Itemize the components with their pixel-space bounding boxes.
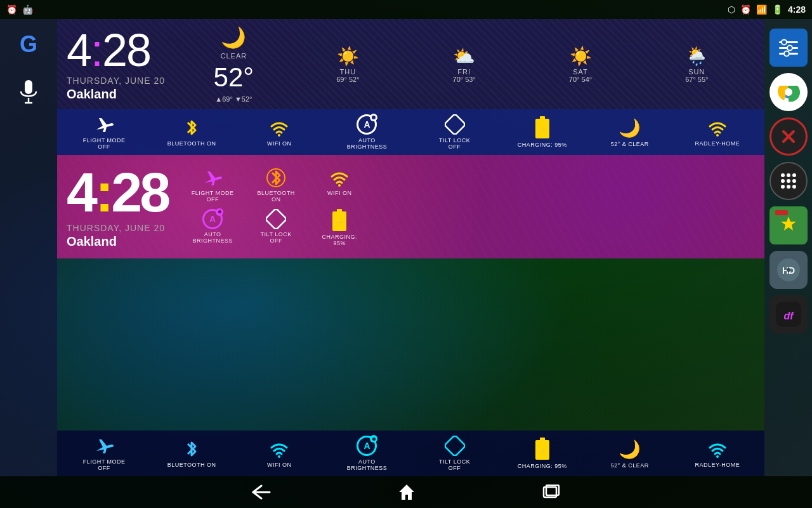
apps-launcher[interactable] [769, 162, 808, 200]
qs-wifi-label-2: WIFI ON [267, 462, 292, 468]
pink-battery[interactable]: ⚡ CHARGING:95% [314, 209, 365, 246]
svg-point-16 [792, 173, 796, 177]
pink-tilt-lock[interactable]: TILT LOCKOFF [251, 209, 301, 246]
qs-weather-icon-2: 🌙 [619, 439, 641, 460]
svg-point-20 [781, 185, 785, 189]
svg-point-49 [716, 455, 719, 458]
hd-app[interactable]: HD [769, 251, 808, 289]
pink-auto-brightness[interactable]: A AUTOBRIGHTNESS [187, 209, 238, 246]
alarm-icon: ⏰ [6, 4, 17, 15]
svg-rect-0 [25, 80, 32, 94]
main-content: 4:28 THURSDAY, JUNE 20 Oakland 🌙 CLEAR 5… [57, 19, 764, 476]
battery-status-icon: 🔋 [772, 4, 783, 15]
right-sidebar: HD df [764, 19, 812, 476]
weather-section: 🌙 CLEAR 52° ▲69° ▼52° ☀️ THU 69° 52° ⛅ F… [178, 25, 755, 103]
pink-tilt-label: TILT LOCKOFF [261, 231, 292, 244]
status-bar: ⏰ 🤖 ⬡ ⏰ 📶 🔋 4:28 [0, 0, 812, 19]
weather-current-temp: 52° [214, 62, 254, 93]
qs-battery-1[interactable]: ⚡ CHARGING: 95% [514, 116, 571, 148]
clock-date-1: THURSDAY, JUNE 20 [67, 76, 165, 86]
pink-flight-mode[interactable]: FLIGHT MODEOFF [187, 168, 238, 203]
fri-name: FRI [442, 68, 487, 76]
star-app[interactable] [769, 206, 808, 244]
pink-battery-label: CHARGING:95% [322, 234, 357, 246]
svg-text:⚡: ⚡ [539, 447, 547, 455]
qs-tilt-label-1: TILT LOCKOFF [439, 137, 470, 150]
auto-brightness-icon-2: A [357, 436, 377, 456]
pink-wifi[interactable]: WIFI ON [314, 168, 365, 203]
auto-brightness-icon-1: A [357, 114, 377, 135]
settings-slider-app[interactable] [769, 29, 808, 67]
pink-wifi-icon [329, 168, 350, 188]
weather-sun: 🌦️ SUN 67° 55° [674, 46, 719, 83]
left-sidebar: G [0, 19, 57, 476]
qs-network-1[interactable]: RADLEY-HOME [689, 117, 746, 147]
fri-icon: ⛅ [442, 46, 487, 67]
home-button[interactable] [398, 483, 416, 501]
svg-rect-40 [266, 209, 286, 229]
status-time: 4:28 [788, 4, 806, 15]
svg-rect-35 [540, 116, 545, 119]
qs-flight-mode-1[interactable]: FLIGHT MODEOFF [75, 114, 133, 150]
clock-section-1: 4:28 THURSDAY, JUNE 20 Oakland [67, 27, 165, 102]
pink-bt-label: BLUETOOTHON [257, 190, 294, 203]
tilt-lock-icon-2 [445, 436, 465, 456]
qs-auto-brightness-1[interactable]: A AUTOBRIGHTNESS [338, 114, 395, 150]
alarm-status-icon: ⏰ [740, 4, 751, 15]
qs-tilt-lock-1[interactable]: TILT LOCKOFF [426, 114, 483, 150]
qs-auto-brightness-2[interactable]: A AUTOBRIGHTNESS [338, 436, 395, 471]
svg-rect-42 [337, 209, 342, 212]
qs-flight-label-1: FLIGHT MODEOFF [83, 137, 126, 150]
pink-bluetooth[interactable]: BLUETOOTHON [251, 168, 301, 203]
svg-point-14 [781, 173, 785, 177]
quick-settings-1: FLIGHT MODEOFF BLUETOOTH ON WIFI ON A [57, 109, 764, 155]
sun-temps: 67° 55° [674, 76, 719, 83]
qs-battery-2[interactable]: ⚡ CHARGING: 95% [514, 438, 571, 469]
battery-icon-1: ⚡ [535, 116, 550, 139]
svg-point-19 [792, 179, 796, 183]
back-button[interactable] [252, 485, 271, 500]
google-button[interactable]: G [13, 29, 44, 60]
qs-weather-2[interactable]: 🌙 52° & CLEAR [601, 439, 658, 469]
weather-sat: ☀️ SAT 70° 54° [558, 46, 603, 83]
mic-button[interactable] [13, 76, 44, 108]
thu-lo: 52° [349, 76, 360, 83]
sat-hi: 70° [569, 76, 580, 83]
weather-current: 🌙 CLEAR 52° ▲69° ▼52° [214, 25, 254, 103]
colon: : [91, 25, 102, 76]
df-app[interactable]: df [769, 295, 808, 333]
sat-lo: 54° [582, 76, 593, 83]
weather-current-icon: 🌙 [214, 25, 254, 50]
sun-name: SUN [674, 68, 719, 76]
svg-rect-25 [775, 210, 788, 215]
fri-hi: 70° [453, 76, 464, 83]
qs-weather-1[interactable]: 🌙 52° & CLEAR [601, 117, 658, 147]
pink-ab-label: AUTOBRIGHTNESS [192, 231, 233, 244]
cancel-app[interactable] [769, 117, 808, 156]
svg-point-11 [785, 88, 792, 96]
qs-bluetooth-1[interactable]: BLUETOOTH ON [163, 117, 220, 147]
qs-wifi-2[interactable]: WIFI ON [251, 439, 308, 468]
chrome-app[interactable] [769, 73, 808, 111]
qs-battery-label-2: CHARGING: 95% [518, 463, 567, 469]
qs-wifi-label-1: WIFI ON [267, 140, 292, 147]
qs-ab-label-2: AUTOBRIGHTNESS [347, 458, 388, 471]
recents-button[interactable] [542, 485, 560, 500]
qs-network-2[interactable]: RADLEY-HOME [689, 439, 746, 468]
qs-bluetooth-2[interactable]: BLUETOOTH ON [163, 439, 220, 468]
qs-tilt-lock-2[interactable]: TILT LOCKOFF [426, 436, 483, 471]
qs-bt-label-1: BLUETOOTH ON [167, 140, 216, 147]
qs-wifi-1[interactable]: WIFI ON [251, 117, 308, 147]
svg-point-21 [787, 185, 790, 189]
sat-name: SAT [558, 68, 603, 76]
wifi-icon-2 [269, 439, 289, 459]
thu-hi: 69° [336, 76, 347, 83]
svg-point-22 [792, 185, 796, 189]
clock-city-1: Oakland [67, 87, 165, 102]
qs-ab-label-1: AUTOBRIGHTNESS [347, 137, 388, 150]
sun-icon: 🌦️ [674, 46, 719, 67]
qs-flight-mode-2[interactable]: FLIGHT MODEOFF [75, 436, 133, 471]
fri-temps: 70° 53° [442, 76, 487, 83]
bottom-nav [0, 476, 812, 508]
clock-time-1: 4:28 [67, 27, 165, 73]
